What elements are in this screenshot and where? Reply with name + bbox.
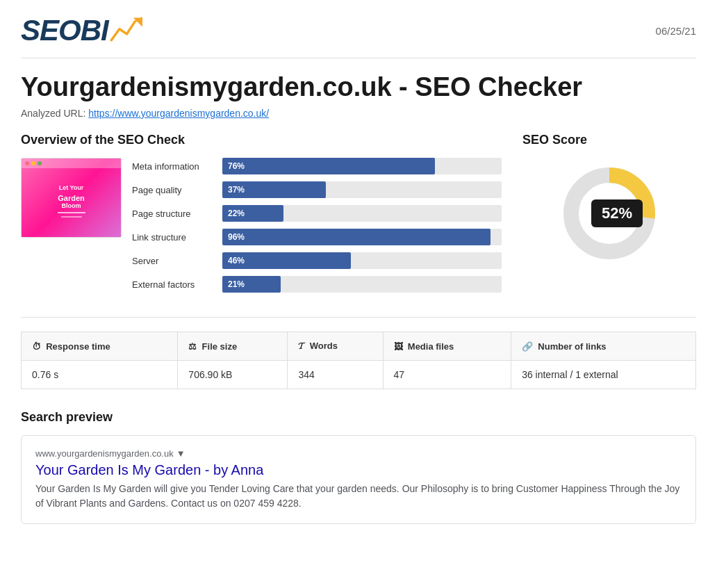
media-icon: 🖼 <box>394 341 403 352</box>
preview-page-title[interactable]: Your Garden Is My Garden - by Anna <box>35 462 682 478</box>
preview-thumbnail: Let Your Garden Bloom <box>21 158 122 238</box>
bar-percentage: 46% <box>222 256 245 266</box>
col-response-time: ⏱ Response time <box>22 332 178 361</box>
bar-percentage: 37% <box>222 185 245 195</box>
bar-label: External factors <box>132 279 222 290</box>
donut-chart: 52% <box>522 158 696 269</box>
col-number-of-links: 🔗 Number of links <box>511 332 696 361</box>
logo: SEOBI <box>21 14 145 47</box>
bar-track: 96% <box>222 229 502 245</box>
bar-row: Server46% <box>132 252 502 269</box>
col-media-files: 🖼 Media files <box>383 332 511 361</box>
bar-row: Meta information76% <box>132 158 502 174</box>
col-file-size: ⚖ File size <box>178 332 288 361</box>
header: SEOBI 06/25/21 <box>21 14 696 58</box>
analyzed-url-row: Analyzed URL: https://www.yourgardenismy… <box>21 108 696 119</box>
col-words: 𝓣 Words <box>288 332 383 361</box>
logo-chart-icon <box>110 17 145 44</box>
seo-score-title: SEO Score <box>522 133 696 147</box>
dropdown-icon: ▼ <box>176 448 186 459</box>
links-icon: 🔗 <box>522 341 533 352</box>
bar-row: Page quality37% <box>132 181 502 198</box>
bar-percentage: 76% <box>222 161 245 171</box>
preview-description: Your Garden Is My Garden will give you T… <box>35 482 682 511</box>
bar-fill: 22% <box>222 205 283 222</box>
bar-label: Server <box>132 256 222 266</box>
response-time-value: 0.76 s <box>22 361 178 389</box>
analyzed-url-link[interactable]: https://www.yourgardenismygarden.co.uk/ <box>88 108 269 119</box>
scale-icon: ⚖ <box>188 341 197 352</box>
bar-track: 46% <box>222 252 502 269</box>
logo-text: SEOBI <box>21 14 108 47</box>
bar-percentage: 21% <box>222 279 245 289</box>
bar-row: External factors21% <box>132 276 502 293</box>
clock-icon: ⏱ <box>32 341 41 352</box>
title-section: Yourgardenismygarden.co.uk - SEO Checker… <box>21 72 696 119</box>
bar-percentage: 96% <box>222 232 245 242</box>
bar-label: Page quality <box>132 185 222 195</box>
words-icon: 𝓣 <box>298 341 304 351</box>
overview-title: Overview of the SEO Check <box>21 133 502 147</box>
seo-score-section: SEO Score 52% <box>522 133 696 300</box>
search-preview-box: www.yourgardenismygarden.co.uk ▼ Your Ga… <box>21 435 696 524</box>
bars-list: Meta information76%Page quality37%Page s… <box>132 158 502 300</box>
analyzed-label: Analyzed URL: <box>21 108 85 119</box>
date-label: 06/25/21 <box>656 25 696 37</box>
website-preview: Let Your Garden Bloom <box>21 158 122 300</box>
search-preview-section: Search preview www.yourgardenismygarden.… <box>21 410 696 524</box>
bar-label: Meta information <box>132 161 222 172</box>
media-files-value: 47 <box>383 361 511 389</box>
bar-fill: 46% <box>222 252 351 269</box>
bar-row: Page structure22% <box>132 205 502 222</box>
bar-track: 21% <box>222 276 502 293</box>
stats-data-row: 0.76 s 706.90 kB 344 47 36 internal / 1 … <box>22 361 696 389</box>
bars-container: Let Your Garden Bloom Meta information76… <box>21 158 502 300</box>
divider-1 <box>21 317 696 318</box>
svg-text:52%: 52% <box>602 204 632 222</box>
bar-label: Link structure <box>132 232 222 243</box>
stats-header-row: ⏱ Response time ⚖ File size 𝓣 Words 🖼 Me… <box>22 332 696 361</box>
overview-section: Overview of the SEO Check Let Your Garde… <box>21 133 502 300</box>
bar-track: 22% <box>222 205 502 222</box>
words-value: 344 <box>288 361 383 389</box>
links-value: 36 internal / 1 external <box>511 361 696 389</box>
bar-row: Link structure96% <box>132 229 502 245</box>
file-size-value: 706.90 kB <box>178 361 288 389</box>
bar-fill: 21% <box>222 276 281 293</box>
donut-svg: 52% <box>554 158 665 269</box>
overview-container: Overview of the SEO Check Let Your Garde… <box>21 133 696 300</box>
page-container: SEOBI 06/25/21 Yourgardenismygarden.co.u… <box>0 0 717 559</box>
preview-text: Let Your Garden Bloom <box>51 170 92 226</box>
bar-fill: 96% <box>222 229 491 245</box>
page-title: Yourgardenismygarden.co.uk - SEO Checker <box>21 72 696 102</box>
search-preview-title: Search preview <box>21 410 696 425</box>
bar-fill: 76% <box>222 158 435 174</box>
bar-track: 37% <box>222 181 502 198</box>
bar-percentage: 22% <box>222 209 245 218</box>
bar-label: Page structure <box>132 209 222 219</box>
bar-track: 76% <box>222 158 502 174</box>
bar-fill: 37% <box>222 181 326 198</box>
stats-table: ⏱ Response time ⚖ File size 𝓣 Words 🖼 Me… <box>21 332 696 389</box>
preview-url: www.yourgardenismygarden.co.uk ▼ <box>35 448 682 459</box>
